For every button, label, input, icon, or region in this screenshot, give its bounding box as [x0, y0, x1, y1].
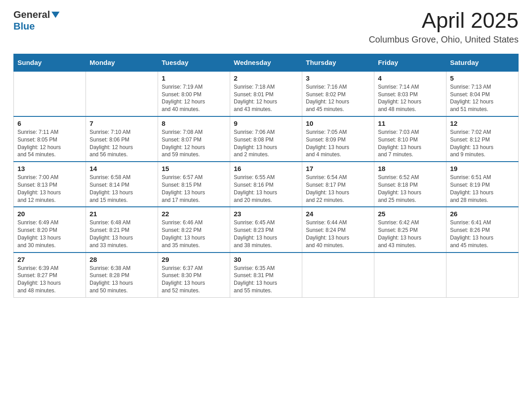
calendar-cell: 25Sunrise: 6:42 AM Sunset: 8:25 PM Dayli…	[374, 207, 446, 252]
day-number: 9	[234, 120, 298, 127]
day-number: 13	[17, 165, 82, 172]
calendar-cell: 11Sunrise: 7:03 AM Sunset: 8:10 PM Dayli…	[374, 116, 446, 162]
day-number: 28	[90, 256, 154, 263]
calendar-cell: 7Sunrise: 7:10 AM Sunset: 8:06 PM Daylig…	[86, 116, 158, 162]
calendar-cell: 22Sunrise: 6:46 AM Sunset: 8:22 PM Dayli…	[158, 207, 230, 252]
day-info: Sunrise: 6:35 AM Sunset: 8:31 PM Dayligh…	[234, 265, 298, 295]
day-number: 4	[378, 74, 442, 82]
day-info: Sunrise: 6:45 AM Sunset: 8:23 PM Dayligh…	[234, 219, 298, 249]
day-info: Sunrise: 6:52 AM Sunset: 8:18 PM Dayligh…	[378, 174, 442, 204]
calendar-week-row: 13Sunrise: 7:00 AM Sunset: 8:13 PM Dayli…	[14, 162, 519, 207]
day-info: Sunrise: 7:06 AM Sunset: 8:08 PM Dayligh…	[234, 128, 298, 158]
day-header-wednesday: Wednesday	[230, 54, 302, 71]
calendar-cell: 26Sunrise: 6:41 AM Sunset: 8:26 PM Dayli…	[446, 207, 519, 252]
calendar-cell	[446, 253, 519, 298]
calendar-cell	[86, 71, 158, 116]
logo-blue-text: Blue	[13, 21, 35, 32]
calendar-cell: 8Sunrise: 7:08 AM Sunset: 8:07 PM Daylig…	[158, 116, 230, 162]
calendar-cell: 29Sunrise: 6:37 AM Sunset: 8:30 PM Dayli…	[158, 253, 230, 298]
day-info: Sunrise: 7:11 AM Sunset: 8:05 PM Dayligh…	[17, 128, 82, 158]
day-number: 10	[306, 120, 370, 127]
calendar-cell: 1Sunrise: 7:19 AM Sunset: 8:00 PM Daylig…	[158, 71, 230, 116]
calendar-week-row: 1Sunrise: 7:19 AM Sunset: 8:00 PM Daylig…	[14, 71, 519, 116]
day-info: Sunrise: 6:46 AM Sunset: 8:22 PM Dayligh…	[162, 219, 226, 249]
day-number: 29	[162, 256, 226, 263]
calendar-cell: 27Sunrise: 6:39 AM Sunset: 8:27 PM Dayli…	[14, 253, 86, 298]
calendar-table: SundayMondayTuesdayWednesdayThursdayFrid…	[13, 54, 519, 298]
day-number: 7	[90, 120, 154, 127]
day-number: 2	[234, 74, 298, 82]
calendar-cell: 5Sunrise: 7:13 AM Sunset: 8:04 PM Daylig…	[446, 71, 519, 116]
month-year-title: April 2025	[369, 9, 519, 33]
calendar-cell: 21Sunrise: 6:48 AM Sunset: 8:21 PM Dayli…	[86, 207, 158, 252]
calendar-cell: 4Sunrise: 7:14 AM Sunset: 8:03 PM Daylig…	[374, 71, 446, 116]
calendar-cell: 10Sunrise: 7:05 AM Sunset: 8:09 PM Dayli…	[302, 116, 374, 162]
calendar-cell: 19Sunrise: 6:51 AM Sunset: 8:19 PM Dayli…	[446, 162, 519, 207]
day-info: Sunrise: 6:42 AM Sunset: 8:25 PM Dayligh…	[378, 219, 442, 249]
day-number: 3	[306, 74, 370, 82]
calendar-cell: 12Sunrise: 7:02 AM Sunset: 8:12 PM Dayli…	[446, 116, 519, 162]
day-number: 21	[90, 210, 154, 218]
calendar-cell: 30Sunrise: 6:35 AM Sunset: 8:31 PM Dayli…	[230, 253, 302, 298]
day-info: Sunrise: 7:03 AM Sunset: 8:10 PM Dayligh…	[378, 128, 442, 158]
calendar-cell: 13Sunrise: 7:00 AM Sunset: 8:13 PM Dayli…	[14, 162, 86, 207]
day-header-saturday: Saturday	[446, 54, 519, 71]
day-number: 19	[450, 165, 515, 172]
calendar-cell	[302, 253, 374, 298]
calendar-week-row: 20Sunrise: 6:49 AM Sunset: 8:20 PM Dayli…	[14, 207, 519, 252]
calendar-cell	[374, 253, 446, 298]
location-subtitle: Columbus Grove, Ohio, United States	[369, 34, 519, 45]
calendar-cell: 14Sunrise: 6:58 AM Sunset: 8:14 PM Dayli…	[86, 162, 158, 207]
day-number: 24	[306, 210, 370, 218]
day-header-thursday: Thursday	[302, 54, 374, 71]
day-number: 20	[17, 210, 82, 218]
calendar-cell: 16Sunrise: 6:55 AM Sunset: 8:16 PM Dayli…	[230, 162, 302, 207]
day-number: 26	[450, 210, 515, 218]
calendar-cell: 2Sunrise: 7:18 AM Sunset: 8:01 PM Daylig…	[230, 71, 302, 116]
day-number: 15	[162, 165, 226, 172]
day-info: Sunrise: 6:54 AM Sunset: 8:17 PM Dayligh…	[306, 174, 370, 204]
day-info: Sunrise: 7:13 AM Sunset: 8:04 PM Dayligh…	[450, 83, 515, 113]
day-info: Sunrise: 6:41 AM Sunset: 8:26 PM Dayligh…	[450, 219, 515, 249]
day-number: 22	[162, 210, 226, 218]
title-section: April 2025 Columbus Grove, Ohio, United …	[369, 9, 519, 45]
calendar-cell: 23Sunrise: 6:45 AM Sunset: 8:23 PM Dayli…	[230, 207, 302, 252]
day-number: 16	[234, 165, 298, 172]
calendar-cell: 28Sunrise: 6:38 AM Sunset: 8:28 PM Dayli…	[86, 253, 158, 298]
calendar-cell: 24Sunrise: 6:44 AM Sunset: 8:24 PM Dayli…	[302, 207, 374, 252]
calendar-week-row: 6Sunrise: 7:11 AM Sunset: 8:05 PM Daylig…	[14, 116, 519, 162]
calendar-cell: 18Sunrise: 6:52 AM Sunset: 8:18 PM Dayli…	[374, 162, 446, 207]
calendar-cell	[14, 71, 86, 116]
day-info: Sunrise: 6:37 AM Sunset: 8:30 PM Dayligh…	[162, 265, 226, 295]
day-info: Sunrise: 7:14 AM Sunset: 8:03 PM Dayligh…	[378, 83, 442, 113]
calendar-cell: 15Sunrise: 6:57 AM Sunset: 8:15 PM Dayli…	[158, 162, 230, 207]
day-number: 25	[378, 210, 442, 218]
day-number: 12	[450, 120, 515, 127]
day-number: 6	[17, 120, 82, 127]
calendar-cell: 3Sunrise: 7:16 AM Sunset: 8:02 PM Daylig…	[302, 71, 374, 116]
day-info: Sunrise: 7:02 AM Sunset: 8:12 PM Dayligh…	[450, 128, 515, 158]
day-number: 5	[450, 74, 515, 82]
calendar-cell: 17Sunrise: 6:54 AM Sunset: 8:17 PM Dayli…	[302, 162, 374, 207]
day-info: Sunrise: 6:38 AM Sunset: 8:28 PM Dayligh…	[90, 265, 154, 295]
day-info: Sunrise: 6:58 AM Sunset: 8:14 PM Dayligh…	[90, 174, 154, 204]
day-number: 18	[378, 165, 442, 172]
day-number: 11	[378, 120, 442, 127]
day-number: 17	[306, 165, 370, 172]
logo: General Blue	[13, 9, 60, 32]
day-info: Sunrise: 6:48 AM Sunset: 8:21 PM Dayligh…	[90, 219, 154, 249]
day-info: Sunrise: 7:16 AM Sunset: 8:02 PM Dayligh…	[306, 83, 370, 113]
calendar-cell: 9Sunrise: 7:06 AM Sunset: 8:08 PM Daylig…	[230, 116, 302, 162]
day-info: Sunrise: 7:00 AM Sunset: 8:13 PM Dayligh…	[17, 174, 82, 204]
day-number: 1	[162, 74, 226, 82]
day-info: Sunrise: 6:49 AM Sunset: 8:20 PM Dayligh…	[17, 219, 82, 249]
day-info: Sunrise: 7:19 AM Sunset: 8:00 PM Dayligh…	[162, 83, 226, 113]
calendar-cell: 6Sunrise: 7:11 AM Sunset: 8:05 PM Daylig…	[14, 116, 86, 162]
day-number: 27	[17, 256, 82, 263]
page-header: General Blue April 2025 Columbus Grove, …	[13, 9, 519, 45]
day-info: Sunrise: 6:57 AM Sunset: 8:15 PM Dayligh…	[162, 174, 226, 204]
day-info: Sunrise: 6:39 AM Sunset: 8:27 PM Dayligh…	[17, 265, 82, 295]
day-info: Sunrise: 6:55 AM Sunset: 8:16 PM Dayligh…	[234, 174, 298, 204]
calendar-week-row: 27Sunrise: 6:39 AM Sunset: 8:27 PM Dayli…	[14, 253, 519, 298]
logo-triangle-icon	[51, 12, 60, 20]
